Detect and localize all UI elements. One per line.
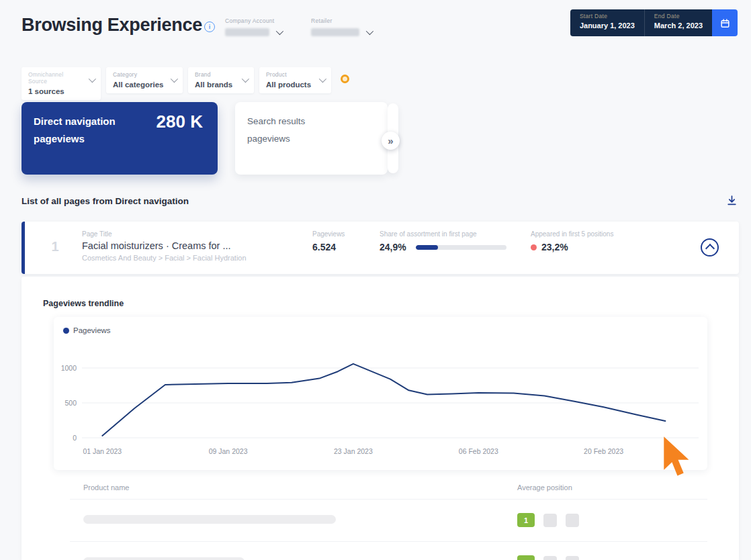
status-indicator-icon [341,75,349,83]
end-date-label: End Date [654,13,703,19]
page-list-row[interactable]: 1 Page Title Facial moisturizers · Cream… [21,222,739,274]
share-value: 24,9% [380,242,406,252]
svg-text:1000: 1000 [61,364,77,372]
legend-dot-icon [63,328,69,334]
chart-legend: Pageviews [63,326,111,334]
filter-brand[interactable]: Brand All brands [188,67,254,93]
end-date-value: March 2, 2023 [654,21,703,30]
retailer-label: Retailer [311,17,371,24]
page-title-label: Page Title [82,230,247,238]
column-header-product-name: Product name [83,483,517,492]
row-accent-bar [21,222,25,274]
svg-text:09 Jan 2023: 09 Jan 2023 [209,447,248,455]
chevron-down-icon [242,75,249,83]
chevron-down-icon [276,28,283,35]
card-value: 280 K [157,111,203,132]
card-title: Search results pageviews [247,113,314,147]
position-badge: 1 [517,513,535,527]
direct-navigation-pageviews-card[interactable]: Direct navigation pageviews 280 K [21,102,218,175]
product-row[interactable]: 1 [70,541,707,560]
appeared-label: Appeared in first 5 positions [531,230,613,238]
product-name-redacted [83,514,517,526]
svg-text:20 Feb 2023: 20 Feb 2023 [584,447,623,455]
breadcrumb: Cosmetics And Beauty > Facial > Facial H… [82,254,247,262]
filter-value: All brands [195,81,236,89]
page-title-column: Page Title Facial moisturizers · Creams … [82,230,247,262]
filter-product[interactable]: Product All products [259,67,331,93]
info-icon[interactable]: i [204,21,215,32]
appeared-value: 23,2% [541,242,568,252]
download-icon[interactable] [726,195,738,209]
filter-value: 1 sources [28,87,83,95]
share-column: Share of assortment in first page 24,9% [380,230,506,252]
row-index: 1 [47,239,63,254]
average-position-cells: 1 [517,555,579,560]
chevron-down-icon [366,28,373,35]
position-badge: 1 [517,555,535,560]
calendar-button[interactable] [712,9,738,36]
carousel-next-button[interactable]: » [382,132,400,150]
svg-text:06 Feb 2023: 06 Feb 2023 [459,447,498,455]
legend-label: Pageviews [73,326,111,334]
page-title-value: Facial moisturizers · Creams for ... [82,240,247,251]
company-account-label: Company Account [225,17,281,24]
chevron-up-icon [705,244,714,253]
pageviews-trend-chart-card: Pageviews 0500100001 Jan 202309 Jan 2023… [54,317,707,470]
chevron-down-icon [319,75,326,83]
svg-text:23 Jan 2023: 23 Jan 2023 [334,447,373,455]
trendline-title: Pageviews trendline [43,299,124,308]
filter-omnichannel-source[interactable]: Omnichannel Source 1 sources [21,67,101,100]
average-position-cells: 1 [517,513,579,527]
column-header-average-position: Average position [517,483,572,492]
pageviews-value: 6.524 [312,242,345,252]
share-progress-fill [416,245,439,250]
filter-label: Omnichannel Source [28,71,83,85]
position-cell-empty [543,556,557,560]
start-date-field[interactable]: Start Date January 1, 2023 [570,9,644,36]
date-range-picker: Start Date January 1, 2023 End Date Marc… [570,9,738,36]
table-header: Product name Average position [70,478,707,499]
card-title: Direct navigation pageviews [34,113,121,148]
svg-text:01 Jan 2023: 01 Jan 2023 [83,447,122,455]
position-cell-empty [566,556,579,560]
retailer-value-redacted [311,28,359,36]
page-title: Browsing Experience [21,15,202,36]
list-section-title: List of all pages from Direct navigation [21,196,189,206]
share-label: Share of assortment in first page [380,230,506,238]
pageviews-trend-chart: 0500100001 Jan 202309 Jan 202323 Jan 202… [54,344,707,469]
position-cell-empty [543,514,557,527]
filters-row: Omnichannel Source 1 sources Category Al… [21,67,349,100]
filter-category[interactable]: Category All categories [106,67,183,93]
retailer-selector[interactable]: Retailer [311,17,371,36]
browsing-experience-page: Browsing Experience i Company Account Re… [0,0,751,560]
pageviews-label: Pageviews [312,230,345,238]
filter-value: All categories [113,81,165,89]
chevron-down-icon [89,75,96,83]
filter-label: Product [266,71,314,78]
collapse-row-button[interactable] [701,238,719,256]
row-detail-panel: Pageviews trendline Pageviews 0500100001… [21,277,739,560]
filter-label: Brand [195,71,236,78]
svg-text:500: 500 [64,399,77,407]
calendar-icon [719,17,731,29]
company-account-value-redacted [225,28,269,36]
end-date-field[interactable]: End Date March 2, 2023 [644,9,712,36]
chevron-down-icon [171,75,178,83]
filter-value: All products [266,81,314,89]
svg-text:0: 0 [73,434,77,442]
product-position-table: Product name Average position 11 [54,478,707,560]
pageviews-column: Pageviews 6.524 [312,230,345,252]
share-progress-bar [416,245,506,250]
position-cell-empty [566,514,579,527]
company-account-selector[interactable]: Company Account [225,17,281,36]
metric-cards-row: Direct navigation pageviews 280 K Search… [0,102,751,177]
start-date-label: Start Date [580,13,635,19]
red-status-dot-icon [531,244,537,250]
start-date-value: January 1, 2023 [580,21,635,30]
product-row[interactable]: 1 [70,499,707,541]
filter-label: Category [113,71,165,78]
search-results-pageviews-card[interactable]: Search results pageviews [235,102,388,175]
appeared-column: Appeared in first 5 positions 23,2% [531,230,613,252]
product-name-redacted [83,557,517,560]
